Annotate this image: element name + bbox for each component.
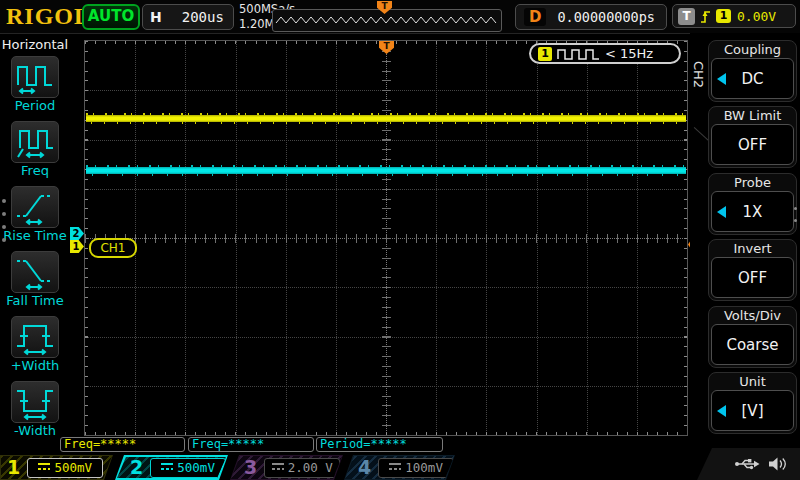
menu-item-fall-time[interactable] (11, 251, 59, 293)
trigger-frequency-value: < 15Hz (605, 46, 653, 61)
trigger-frequency-status: 1 < 15Hz (529, 43, 681, 64)
channel-number: 1 (7, 455, 20, 480)
measurement-freq-ch1[interactable]: Freq=***** (60, 437, 185, 452)
channel-1-chip[interactable]: 1 500mV (0, 455, 113, 480)
page-indicator-dot (794, 207, 797, 210)
channel-number: 3 (244, 455, 257, 480)
menu-label-pos-width: +Width (0, 358, 70, 373)
channel-scale: 2.00 V (288, 460, 333, 475)
right-menu-title: CH2 (691, 59, 706, 91)
menu-item-label: Unit (709, 373, 796, 390)
channel-scale-box: 500mV (150, 458, 226, 478)
channel-scale: 100mV (405, 460, 443, 475)
menu-item-rise-time[interactable] (11, 186, 59, 228)
status-icon-tray (690, 448, 800, 480)
dc-coupling-icon (38, 463, 50, 472)
speaker-icon (768, 456, 788, 472)
trigger-level-value: 0.00V (737, 9, 776, 24)
delay-value: 0.00000000ps (546, 9, 666, 25)
menu-item-invert[interactable]: Invert OFF (708, 239, 797, 301)
page-indicator-dot (2, 199, 6, 203)
menu-item-label: Volts/Div (709, 307, 796, 324)
rise-time-icon (12, 187, 58, 227)
channel-scale-box: 2.00 V (264, 458, 340, 478)
menu-item-label: Invert (709, 240, 796, 257)
trigger-source-badge: 1 (538, 47, 552, 61)
rising-edge-icon (699, 9, 712, 24)
menu-item-value: 1X (743, 203, 763, 221)
menu-item-label: BW Limit (709, 107, 796, 124)
channel-scale: 500mV (54, 460, 92, 475)
menu-item-value: Coarse (726, 336, 778, 354)
measurement-period-ch2[interactable]: Period=***** (316, 437, 443, 452)
usb-icon (734, 457, 760, 471)
oscilloscope-screen: RIGOL AUTO H 200us 500MSa/s 1.20M pts T … (0, 0, 800, 480)
menu-item-value: OFF (738, 269, 767, 287)
delay-label: D (524, 8, 546, 26)
channel-number: 2 (130, 455, 143, 480)
channel-scale-box: 100mV (378, 458, 454, 478)
measurement-freq-ch2[interactable]: Freq=***** (188, 437, 314, 452)
top-status-bar: RIGOL AUTO H 200us 500MSa/s 1.20M pts T … (0, 0, 800, 34)
preview-waveform-icon (273, 10, 499, 29)
square-wave-icon (557, 47, 600, 60)
menu-item-bw-limit[interactable]: BW Limit OFF (708, 106, 797, 168)
period-icon (12, 57, 58, 97)
menu-item-probe[interactable]: Probe 1X (708, 173, 797, 235)
trigger-readout[interactable]: T 1 0.00V (672, 4, 796, 28)
horizontal-label: H (150, 9, 162, 25)
pos-width-icon (12, 317, 58, 357)
trigger-source-badge: 1 (716, 9, 731, 23)
menu-label-period: Period (0, 98, 70, 113)
channel-number: 4 (358, 455, 371, 480)
neg-width-icon (12, 382, 58, 422)
run-state-badge[interactable]: AUTO (82, 4, 140, 30)
channel-scale-box: 500mV (27, 458, 103, 478)
page-indicator-dot (2, 238, 6, 242)
channel-2-chip[interactable]: 2 500mV (115, 455, 228, 480)
left-arrow-icon (717, 405, 726, 417)
ch1-ground-marker[interactable]: 1 (70, 240, 84, 253)
menu-item-pos-width[interactable] (11, 316, 59, 358)
dc-coupling-icon (389, 463, 401, 472)
left-arrow-icon (717, 206, 726, 218)
ch2-soft-menu: CH2 Coupling DC BW Limit OFF Probe 1X In… (690, 33, 800, 448)
ch2-trace[interactable] (86, 167, 686, 174)
menu-item-freq[interactable] (11, 121, 59, 163)
ch1-trace[interactable] (86, 115, 686, 122)
menu-label-rise-time: Rise Time (0, 228, 70, 243)
menu-label-neg-width: -Width (0, 423, 70, 438)
menu-item-coupling[interactable]: Coupling DC (708, 40, 797, 102)
freq-icon (12, 122, 58, 162)
page-indicator-dot (794, 219, 797, 222)
left-arrow-icon (717, 73, 726, 85)
channel-label-tag[interactable]: CH1 (89, 238, 137, 258)
channel-4-chip[interactable]: 4 100mV (344, 455, 455, 480)
menu-label-freq: Freq (0, 163, 70, 178)
dc-coupling-icon (272, 463, 284, 472)
menu-item-value: DC (741, 70, 763, 88)
horizontal-measure-menu: Horizontal Period Freq (0, 33, 70, 455)
timebase-readout[interactable]: H 200us (142, 4, 234, 30)
dc-coupling-icon (161, 463, 173, 472)
fall-time-icon (12, 252, 58, 292)
timebase-value: 200us (182, 9, 224, 25)
menu-label-fall-time: Fall Time (0, 293, 70, 308)
delay-readout: D 0.00000000ps (515, 4, 667, 30)
menu-item-neg-width[interactable] (11, 381, 59, 423)
center-tick-marks (382, 41, 391, 435)
menu-item-period[interactable] (11, 56, 59, 98)
channel-3-chip[interactable]: 3 2.00 V (230, 455, 343, 480)
menu-item-unit[interactable]: Unit [V] (708, 372, 797, 434)
channel-scale: 500mV (177, 460, 215, 475)
menu-item-label: Coupling (709, 41, 796, 58)
menu-item-volts-div[interactable]: Volts/Div Coarse (708, 306, 797, 368)
page-indicator-dot (2, 212, 6, 216)
waveform-display-area[interactable]: T 1 < 15Hz CH1 (84, 40, 688, 436)
menu-item-label: Probe (709, 174, 796, 191)
menu-item-value: [V] (742, 402, 764, 420)
page-indicator-dot (2, 225, 6, 229)
waveform-preview-strip[interactable] (272, 9, 502, 32)
trigger-label: T (678, 8, 695, 25)
ch2-ground-marker[interactable]: 2 (70, 227, 84, 240)
